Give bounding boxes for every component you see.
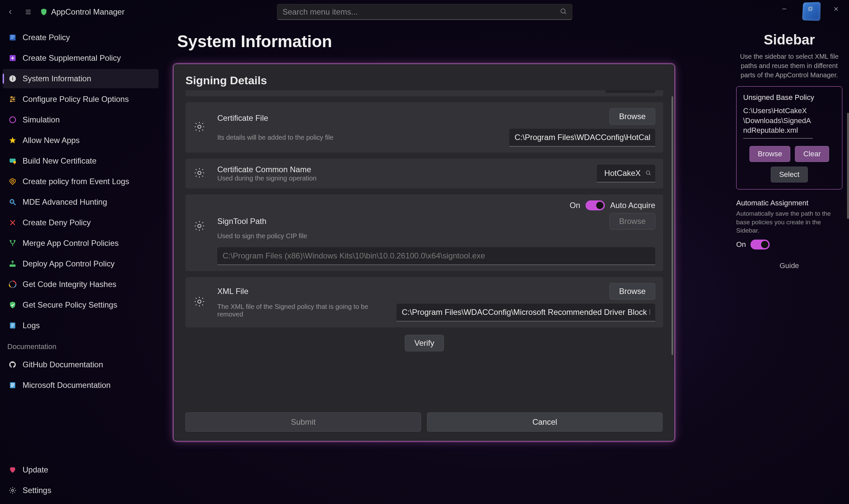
svg-point-50 — [198, 224, 201, 228]
cancel-button[interactable]: Cancel — [427, 412, 663, 432]
svg-point-48 — [646, 171, 650, 175]
toggle-label: Auto Acquire — [610, 201, 655, 210]
section-subtitle: Used to sign the policy CIP file — [217, 232, 564, 240]
gear-outline-icon — [194, 220, 212, 233]
cert-browse-button[interactable]: Browse — [610, 108, 655, 125]
verify-button[interactable]: Verify — [405, 335, 444, 352]
dialog-scrollbar[interactable] — [671, 96, 673, 355]
section-subtitle: Used during the signing operation — [217, 175, 592, 182]
modal-scrim: Signing Details Certificate File Its det… — [0, 0, 849, 504]
toggle-on-label: On — [570, 201, 580, 210]
xml-file-section: XML File The XML file of the Signed poli… — [185, 277, 663, 327]
xml-path-input[interactable] — [396, 304, 655, 322]
section-title: Certificate Common Name — [217, 165, 592, 174]
signtool-path-section: On Auto Acquire SignTool Path Used to si… — [185, 194, 663, 271]
certificate-file-section: Certificate File Its details will be add… — [185, 102, 663, 152]
auto-acquire-toggle[interactable] — [585, 200, 605, 210]
signing-details-dialog: Signing Details Certificate File Its det… — [173, 64, 675, 441]
svg-point-46 — [198, 125, 201, 128]
section-title: Certificate File — [217, 113, 504, 123]
search-icon[interactable] — [645, 170, 651, 177]
svg-line-49 — [649, 174, 650, 175]
submit-button[interactable]: Submit — [185, 412, 421, 432]
certificate-common-name-section: Certificate Common Name Used during the … — [185, 159, 663, 188]
gear-outline-icon — [194, 121, 212, 134]
section-title: XML File — [217, 287, 391, 296]
gear-outline-icon — [194, 295, 212, 309]
section-subtitle: Its details will be added to the policy … — [217, 134, 504, 141]
truncated-section — [185, 90, 663, 96]
xml-browse-button[interactable]: Browse — [610, 283, 655, 300]
gear-outline-icon — [194, 167, 212, 180]
section-title: SignTool Path — [217, 217, 564, 226]
section-subtitle: The XML file of the Signed policy that i… — [217, 303, 391, 318]
signtool-path-input — [217, 247, 655, 265]
cert-path-input[interactable] — [509, 129, 655, 147]
dialog-title: Signing Details — [174, 64, 674, 90]
svg-point-47 — [198, 171, 201, 175]
signtool-browse-button: Browse — [610, 213, 655, 230]
svg-point-51 — [198, 300, 201, 303]
